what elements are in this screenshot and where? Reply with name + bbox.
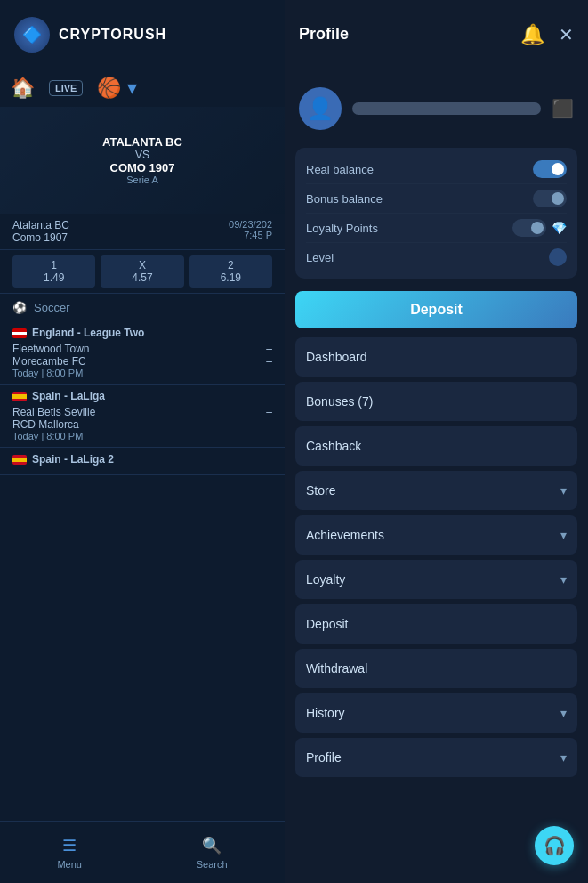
- panel-header: Profile 🔔 ✕: [285, 0, 588, 69]
- loyalty-right: 💎: [512, 219, 567, 237]
- team1-name: Atalanta BC: [12, 219, 69, 231]
- team-fleetwood: Fleetwood Town: [12, 343, 90, 355]
- deposit-button[interactable]: Deposit: [295, 291, 577, 328]
- close-icon[interactable]: ✕: [559, 24, 574, 45]
- nav-search[interactable]: 🔍 Search: [197, 836, 228, 870]
- left-header: 🔷 CRYPTORUSH: [0, 0, 285, 69]
- search-label: Search: [197, 859, 228, 870]
- live-badge[interactable]: LIVE: [49, 80, 83, 96]
- chevron-store: ▾: [560, 483, 567, 498]
- real-balance-row: Real balance: [306, 155, 567, 184]
- spain-match-time: Today | 8:00 PM: [12, 431, 272, 442]
- panel-title: Profile: [299, 25, 520, 44]
- soccer-label: Soccer: [34, 301, 69, 314]
- chevron-profile: ▾: [560, 750, 567, 765]
- bonus-balance-label: Bonus balance: [306, 192, 383, 206]
- menu-item-bonuses[interactable]: Bonuses (7): [295, 382, 577, 421]
- menu-item-withdrawal[interactable]: Withdrawal: [295, 649, 577, 688]
- england-match-time: Today | 8:00 PM: [12, 368, 272, 378]
- left-panel: 🔷 CRYPTORUSH 🏠 LIVE 🏀 ▾ ATALANTA BC VS C…: [0, 0, 285, 883]
- bonus-balance-row: Bonus balance: [306, 184, 567, 214]
- diamond-icon: 💎: [552, 221, 567, 235]
- real-balance-label: Real balance: [306, 163, 374, 176]
- chevron-achievements: ▾: [560, 528, 567, 542]
- soccer-section: ⚽ Soccer: [0, 294, 285, 321]
- chevron-loyalty: ▾: [560, 572, 567, 587]
- sports-icon[interactable]: 🏀 ▾: [97, 77, 136, 100]
- menu-item-store[interactable]: Store ▾: [295, 471, 577, 510]
- league-row-spain2: Spain - LaLiga 2: [0, 448, 285, 475]
- right-panel: Profile 🔔 ✕ 👤 ⬛ Real balance Bonus balan…: [285, 0, 588, 883]
- app-name: CRYPTORUSH: [59, 27, 166, 43]
- team-morecambe: Morecambe FC: [12, 355, 86, 368]
- balance-card: Real balance Bonus balance Loyalty Point…: [295, 148, 577, 279]
- loyalty-toggle[interactable]: [512, 219, 546, 237]
- loyalty-label: Loyalty Points: [306, 222, 378, 235]
- chevron-history: ▾: [560, 706, 567, 720]
- panel-body: 👤 ⬛ Real balance Bonus balance Loyalty P…: [285, 69, 588, 883]
- logout-icon[interactable]: ⬛: [552, 98, 574, 119]
- bonus-balance-toggle[interactable]: [533, 190, 567, 207]
- menu-item-dashboard[interactable]: Dashboard: [295, 337, 577, 377]
- banner-vs: VS: [102, 149, 182, 161]
- menu-item-profile[interactable]: Profile ▾: [295, 738, 577, 777]
- level-toggle[interactable]: [549, 248, 567, 266]
- spain-league-name: Spain - LaLiga: [32, 390, 105, 402]
- oddX-btn[interactable]: X 4.57: [101, 255, 183, 288]
- team-mallorca: RCD Mallorca: [12, 418, 79, 431]
- loyalty-row: Loyalty Points 💎: [306, 214, 567, 243]
- odd1-btn[interactable]: 1 1.49: [12, 255, 95, 288]
- england-league-name: England - League Two: [32, 327, 144, 339]
- match-time: 7:45 P: [229, 230, 272, 240]
- menu-item-history[interactable]: History ▾: [295, 693, 577, 733]
- menu-item-cashback[interactable]: Cashback: [295, 426, 577, 466]
- level-label: Level: [306, 251, 334, 264]
- league-row-england: England - League Two Fleetwood Town – Mo…: [0, 321, 285, 385]
- banner-team2: COMO 1907: [102, 161, 182, 174]
- real-balance-toggle[interactable]: [533, 160, 567, 178]
- menu-item-deposit[interactable]: Deposit: [295, 604, 577, 644]
- flag-spain2: [12, 455, 27, 465]
- support-fab[interactable]: 🎧: [535, 826, 574, 865]
- flag-spain: [12, 392, 27, 401]
- nav-menu[interactable]: ☰ Menu: [57, 836, 82, 870]
- search-icon: 🔍: [202, 836, 222, 855]
- bottom-nav: ☰ Menu 🔍 Search: [0, 821, 285, 883]
- support-icon: 🎧: [544, 835, 566, 856]
- level-row: Level: [306, 243, 567, 271]
- menu-list: Dashboard Bonuses (7) Cashback Store ▾ A…: [295, 337, 577, 777]
- menu-icon: ☰: [62, 836, 77, 855]
- league-row-spain: Spain - LaLiga Real Betis Seville – RCD …: [0, 385, 285, 448]
- username-bar: [352, 102, 541, 115]
- match-details-row: Atalanta BC Como 1907 09/23/202 7:45 P: [0, 214, 285, 250]
- logo-icon: 🔷: [14, 17, 50, 53]
- odds-row: 1 1.49 X 4.57 2 6.19: [0, 250, 285, 294]
- profile-row: 👤 ⬛: [295, 80, 577, 137]
- nav-bar: 🏠 LIVE 🏀 ▾: [0, 69, 285, 107]
- spain-liga2-name: Spain - LaLiga 2: [32, 453, 114, 466]
- avatar: 👤: [299, 87, 342, 130]
- match-date: 09/23/202: [229, 219, 272, 230]
- menu-item-achievements[interactable]: Achievements ▾: [295, 515, 577, 555]
- home-icon[interactable]: 🏠: [11, 77, 35, 100]
- bell-icon[interactable]: 🔔: [520, 23, 544, 46]
- sports-banner: ATALANTA BC VS COMO 1907 Serie A: [0, 107, 285, 214]
- banner-league: Serie A: [102, 174, 182, 185]
- banner-team1: ATALANTA BC: [102, 135, 182, 149]
- team-betis: Real Betis Seville: [12, 406, 95, 418]
- menu-item-loyalty[interactable]: Loyalty ▾: [295, 560, 577, 599]
- flag-england: [12, 328, 27, 338]
- menu-label: Menu: [57, 859, 82, 870]
- odd2-btn[interactable]: 2 6.19: [189, 255, 272, 288]
- team2-name: Como 1907: [12, 231, 69, 244]
